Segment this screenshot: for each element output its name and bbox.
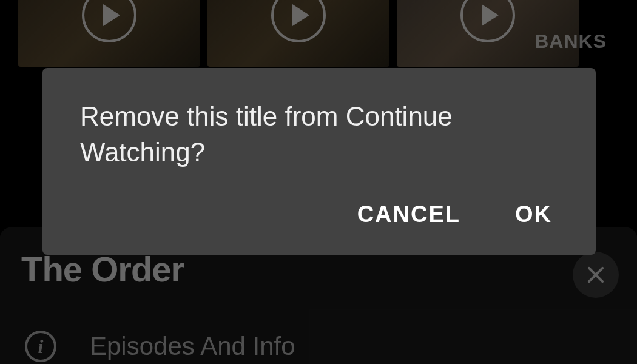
confirm-dialog: Remove this title from Continue Watching… bbox=[42, 68, 596, 255]
dialog-message: Remove this title from Continue Watching… bbox=[80, 98, 558, 201]
cancel-button[interactable]: CANCEL bbox=[357, 201, 460, 228]
ok-button[interactable]: OK bbox=[515, 201, 552, 228]
close-icon bbox=[584, 263, 607, 286]
info-icon: i bbox=[25, 331, 56, 362]
dialog-actions: CANCEL OK bbox=[80, 201, 558, 237]
sheet-title: The Order bbox=[21, 249, 616, 289]
row-label: Episodes And Info bbox=[90, 332, 295, 361]
close-button[interactable] bbox=[573, 252, 619, 298]
episodes-info-row[interactable]: i Episodes And Info bbox=[25, 331, 616, 362]
